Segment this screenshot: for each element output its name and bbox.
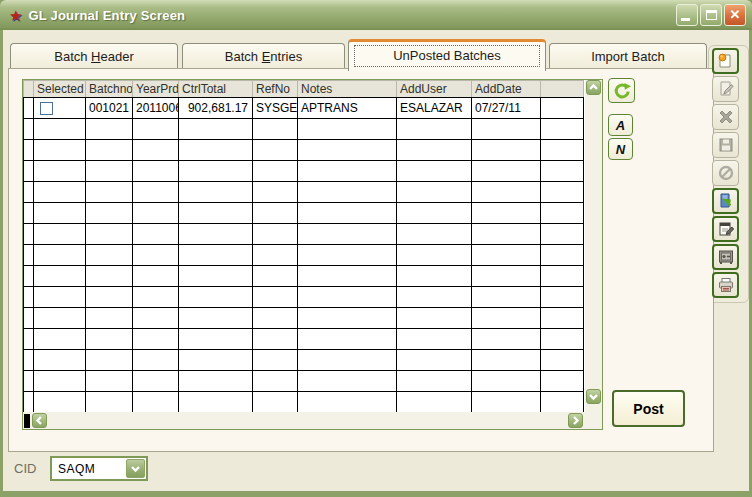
cell-ctrltotal [179, 350, 253, 371]
cell-notes [298, 224, 397, 245]
unposted-batches-grid: SelectedBatchnoYearPrdCtrlTotalRefNoNote… [22, 79, 603, 430]
cell-batchno [86, 266, 133, 287]
row-header-cell [24, 392, 34, 413]
cell-adddate [472, 266, 541, 287]
column-header-blank [541, 81, 584, 98]
grid-header-row: SelectedBatchnoYearPrdCtrlTotalRefNoNote… [24, 81, 584, 98]
print-button[interactable] [712, 272, 739, 298]
cell-batchno [86, 182, 133, 203]
select-all-button[interactable]: A [608, 114, 633, 136]
cell-notes [298, 161, 397, 182]
cell-adddate [472, 308, 541, 329]
cell-adduser [397, 140, 472, 161]
cell-batchno [86, 287, 133, 308]
row-header-cell [24, 308, 34, 329]
row-select-checkbox[interactable] [40, 102, 53, 115]
app-star-icon: ★ [9, 8, 22, 23]
cell-yearprd [133, 287, 179, 308]
cell-yearprd [133, 224, 179, 245]
cell-ctrltotal [179, 287, 253, 308]
cell-batchno [86, 350, 133, 371]
table-row [24, 161, 584, 182]
close-button[interactable]: ✕ [724, 4, 746, 26]
cell-ctrltotal [179, 119, 253, 140]
row-header-cell [24, 329, 34, 350]
chevron-right-icon [570, 415, 581, 426]
cell-refno [253, 182, 298, 203]
window-titlebar: ★ GL Journal Entry Screen ✕ [0, 0, 752, 30]
vault-button[interactable] [712, 244, 739, 270]
notes-button[interactable] [712, 216, 739, 242]
table-row [24, 203, 584, 224]
tab-import-batch[interactable]: Import Batch [549, 43, 707, 70]
cell-notes [298, 392, 397, 413]
post-button[interactable]: Post [612, 390, 685, 427]
scroll-down-button[interactable] [586, 389, 601, 404]
cell-adddate [472, 224, 541, 245]
cell-yearprd [133, 182, 179, 203]
cell-adduser [397, 245, 472, 266]
cell-batchno [86, 308, 133, 329]
cell-notes: APTRANS [298, 98, 397, 119]
vertical-scrollbar[interactable] [586, 80, 602, 412]
cell-adduser [397, 371, 472, 392]
cell-yearprd [133, 371, 179, 392]
cell-yearprd [133, 119, 179, 140]
cell-yearprd [133, 308, 179, 329]
scroll-left-button[interactable] [32, 413, 47, 428]
cell-batchno: 001021 [86, 98, 133, 119]
cancel-slash-icon [717, 164, 735, 182]
cell-ctrltotal [179, 182, 253, 203]
cell-ctrltotal [179, 371, 253, 392]
cell-selected [34, 392, 86, 413]
cell-notes [298, 140, 397, 161]
cell-adddate [472, 182, 541, 203]
corner-header-cell [24, 81, 34, 98]
row-header-cell [24, 350, 34, 371]
cid-select[interactable]: SAQM [50, 456, 148, 481]
tab-unposted-batches[interactable]: UnPosted Batches [348, 39, 546, 71]
cell-blank [541, 392, 584, 413]
cell-adduser [397, 224, 472, 245]
row-header-cell [24, 371, 34, 392]
scroll-up-button[interactable] [586, 80, 601, 95]
scrollbar-split-box[interactable] [24, 414, 30, 428]
table-row [24, 224, 584, 245]
table-row [24, 287, 584, 308]
table-row [24, 308, 584, 329]
cell-selected [34, 287, 86, 308]
column-header-yearprd: YearPrd [133, 81, 179, 98]
cid-dropdown-button[interactable] [126, 459, 145, 478]
cell-notes [298, 350, 397, 371]
cell-blank [541, 203, 584, 224]
cell-adduser [397, 161, 472, 182]
refresh-button[interactable] [608, 78, 635, 103]
cell-adduser [397, 203, 472, 224]
cell-ctrltotal [179, 224, 253, 245]
cell-yearprd [133, 266, 179, 287]
cell-notes [298, 266, 397, 287]
cid-selected-value: SAQM [52, 462, 126, 476]
table-row [24, 182, 584, 203]
cell-adddate [472, 350, 541, 371]
window-title: GL Journal Entry Screen [28, 8, 185, 23]
cell-adddate [472, 371, 541, 392]
cell-blank [541, 308, 584, 329]
cell-adddate [472, 245, 541, 266]
scroll-right-button[interactable] [568, 413, 583, 428]
cell-refno [253, 350, 298, 371]
row-header-cell [24, 287, 34, 308]
cell-adddate [472, 392, 541, 413]
tab-batch-header[interactable]: Batch Header [10, 43, 178, 70]
select-none-button[interactable]: N [608, 138, 633, 160]
minimize-button[interactable] [676, 4, 698, 26]
cell-batchno [86, 119, 133, 140]
import-export-button[interactable] [712, 188, 739, 214]
horizontal-scrollbar[interactable] [23, 413, 585, 429]
maximize-button[interactable] [700, 4, 722, 26]
add-record-button[interactable] [712, 48, 739, 74]
cell-adduser [397, 119, 472, 140]
tab-batch-entries[interactable]: Batch Entries [182, 43, 345, 70]
cell-yearprd [133, 203, 179, 224]
table-row [24, 329, 584, 350]
